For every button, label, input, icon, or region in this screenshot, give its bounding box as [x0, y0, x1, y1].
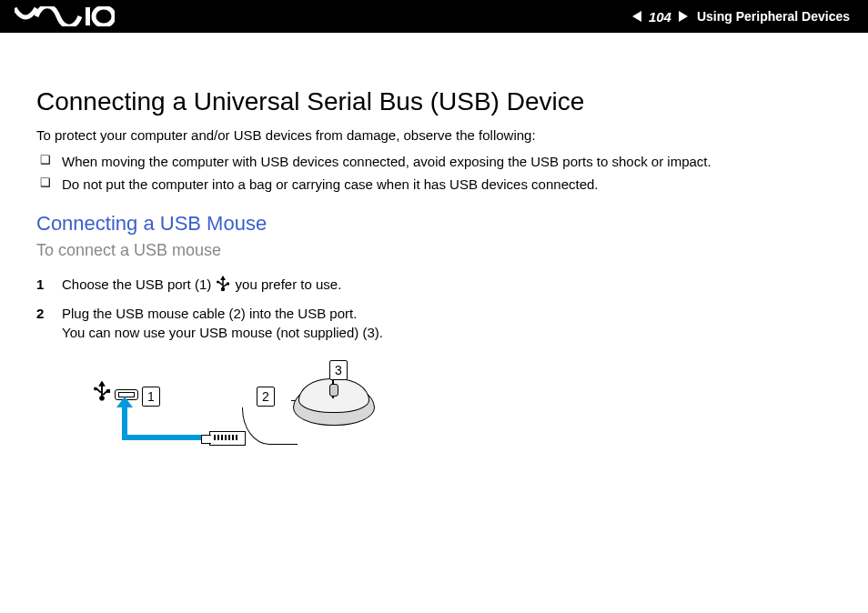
callout-3: 3 [329, 360, 348, 380]
next-page-icon[interactable] [679, 11, 688, 22]
arrow-icon [122, 402, 127, 438]
step-text: You can now use your USB mouse (not supp… [62, 325, 383, 340]
svg-rect-6 [227, 282, 229, 285]
intro-text: To protect your computer and/or USB devi… [36, 127, 832, 143]
svg-marker-9 [98, 380, 106, 386]
page-title: Connecting a Universal Serial Bus (USB) … [36, 87, 832, 116]
usb-plug-icon [209, 431, 246, 446]
arrow-icon [122, 435, 209, 440]
svg-point-5 [217, 280, 219, 283]
cable-icon [242, 407, 298, 445]
section-label: Using Peripheral Devices [697, 9, 850, 24]
svg-rect-11 [106, 389, 110, 393]
procedure-label: To connect a USB mouse [36, 241, 832, 260]
step-text: Plug the USB mouse cable (2) into the US… [62, 306, 357, 321]
list-item: Do not put the computer into a bag or ca… [36, 173, 832, 196]
svg-rect-0 [86, 7, 90, 25]
usb-mouse-figure: 1 2 3 [64, 362, 373, 462]
prev-page-icon[interactable] [632, 11, 641, 22]
vaio-logo [15, 6, 115, 26]
step-item: 1 Choose the USB port (1) you prefer to … [36, 271, 832, 300]
step-number: 2 [36, 304, 44, 323]
usb-trident-icon [94, 380, 110, 406]
callout-2: 2 [257, 387, 275, 407]
svg-marker-4 [220, 276, 226, 280]
step-number: 1 [36, 275, 44, 294]
svg-point-10 [94, 387, 97, 390]
step-text: you prefer to use. [236, 276, 342, 292]
page-number: 104 [649, 9, 671, 25]
steps-list: 1 Choose the USB port (1) you prefer to … [36, 271, 832, 346]
usb-trident-icon [217, 276, 229, 296]
step-text: Choose the USB port (1) [62, 276, 215, 292]
section-subtitle: Connecting a USB Mouse [36, 212, 832, 236]
page-header: 104 Using Peripheral Devices [0, 0, 868, 33]
callout-1: 1 [142, 387, 160, 407]
list-item: When moving the computer with USB device… [36, 150, 832, 173]
step-item: 2 Plug the USB mouse cable (2) into the … [36, 300, 832, 346]
svg-point-1 [94, 7, 114, 25]
header-nav: 104 Using Peripheral Devices [632, 9, 850, 25]
warning-list: When moving the computer with USB device… [36, 150, 832, 196]
page-content: Connecting a Universal Serial Bus (USB) … [0, 33, 868, 462]
mouse-icon [293, 378, 373, 426]
